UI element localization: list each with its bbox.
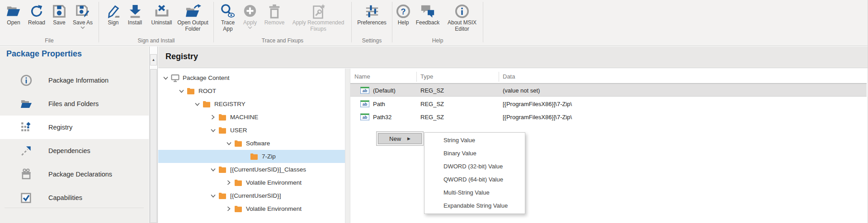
column-separator[interactable] bbox=[416, 72, 417, 82]
sidebar-item-capabilities[interactable]: Capabilities bbox=[0, 186, 149, 209]
dependencies-icon bbox=[20, 144, 33, 157]
sidebar-item-package-declarations[interactable]: Package Declarations bbox=[0, 163, 149, 186]
tree-node-label: REGISTRY bbox=[214, 101, 245, 107]
chevron-right-icon[interactable] bbox=[225, 206, 232, 212]
sidebar-item-package-information[interactable]: Package Information bbox=[0, 69, 149, 92]
checkbox-icon bbox=[20, 191, 33, 204]
menu-item-multi-string-value[interactable]: Multi-String Value bbox=[425, 186, 525, 199]
chevron-down-icon[interactable] bbox=[178, 88, 185, 94]
tree-table-splitter[interactable] bbox=[345, 69, 350, 223]
uninstall-button[interactable]: Uninstall bbox=[147, 2, 176, 32]
column-header-name[interactable]: Name bbox=[354, 73, 370, 80]
sidebar-title: Package Properties bbox=[6, 49, 82, 59]
help-button[interactable]: ? Help bbox=[394, 2, 412, 32]
sidebar-item-registry[interactable]: Registry bbox=[0, 116, 149, 139]
feedback-label: Feedback bbox=[416, 19, 440, 26]
remove-button[interactable]: Remove bbox=[261, 2, 288, 32]
ribbon-group-settings: Preferences Settings bbox=[352, 0, 392, 45]
remove-trash-icon bbox=[267, 3, 282, 19]
tree-row-7zip-selected[interactable]: 7-Zip bbox=[158, 150, 345, 163]
folder-icon bbox=[234, 205, 243, 213]
menu-item-expandable-string-value[interactable]: Expandable String Value bbox=[425, 199, 525, 212]
value-data: [{ProgramFilesX86}]\7-Zip\ bbox=[503, 113, 572, 120]
menu-item-dword-value[interactable]: DWORD (32-bit) Value bbox=[425, 160, 525, 173]
menu-item-string-value[interactable]: String Value bbox=[425, 134, 525, 147]
apply-plus-icon bbox=[243, 3, 257, 19]
chevron-right-icon[interactable] bbox=[209, 115, 217, 120]
uninstall-label: Uninstall bbox=[151, 19, 172, 26]
trace-app-magnifier-icon bbox=[220, 3, 236, 19]
chevron-down-icon[interactable] bbox=[193, 102, 201, 107]
ribbon-group-label-trace-and-fixups: Trace and Fixups bbox=[214, 37, 351, 44]
save-as-label: Save As bbox=[73, 19, 93, 26]
tree-row-currentusersid-classes[interactable]: [{CurrentUserSID}]_Classes bbox=[158, 163, 345, 176]
about-msix-editor-button[interactable]: About MSIX Editor bbox=[443, 2, 481, 32]
install-button[interactable]: Install bbox=[124, 2, 146, 32]
save-as-button[interactable]: Save As bbox=[70, 2, 95, 29]
preferences-button[interactable]: Preferences bbox=[354, 2, 390, 26]
tree-node-label: Software bbox=[246, 140, 270, 147]
monitor-icon bbox=[170, 74, 179, 82]
table-row-path[interactable]: ab Path REG_SZ [{ProgramFilesX86}]\7-Zip… bbox=[350, 97, 867, 110]
save-icon bbox=[52, 3, 66, 19]
reload-button[interactable]: Reload bbox=[25, 2, 48, 29]
tree-row-package-content[interactable]: Package Content bbox=[158, 71, 345, 84]
column-header-data[interactable]: Data bbox=[503, 73, 515, 80]
chevron-down-icon[interactable] bbox=[209, 128, 217, 133]
save-button[interactable]: Save bbox=[49, 2, 69, 29]
folder-icon bbox=[234, 140, 243, 147]
info-icon bbox=[20, 74, 33, 87]
tree-row-software[interactable]: Software bbox=[158, 137, 345, 150]
sidebar-item-label: Dependencies bbox=[48, 147, 90, 154]
tree-row-volatile-environment[interactable]: Volatile Environment bbox=[158, 176, 345, 189]
sidebar-item-files-and-folders[interactable]: Files and Folders bbox=[0, 92, 149, 116]
sidebar-item-label: Package Declarations bbox=[48, 171, 112, 178]
value-type: REG_SZ bbox=[420, 100, 444, 107]
ribbon-group-file: Open Reload Save bbox=[0, 0, 99, 45]
sign-label: Sign bbox=[108, 19, 118, 26]
sidebar-item-label: Capabilities bbox=[48, 194, 82, 201]
chevron-down-icon[interactable] bbox=[209, 193, 217, 199]
tree-row-volatile-environment[interactable]: Volatile Environment bbox=[158, 202, 345, 215]
table-header-row: Name Type Data bbox=[350, 70, 867, 84]
open-output-folder-button[interactable]: Open Output Folder bbox=[177, 2, 209, 32]
submenu-arrow-icon: ▶ bbox=[407, 136, 410, 141]
value-type: REG_SZ bbox=[420, 113, 444, 120]
scrollbar-thumb[interactable] bbox=[150, 69, 157, 223]
context-menu-item-new[interactable]: New ▶ bbox=[378, 133, 422, 144]
scrollbar-up-arrow-icon[interactable]: ▲ bbox=[150, 54, 157, 65]
save-as-dropdown-chevron-icon[interactable] bbox=[80, 26, 85, 29]
table-row-default[interactable]: ab (Default) REG_SZ (value not set) bbox=[350, 84, 867, 97]
new-menu-label: New bbox=[389, 135, 401, 142]
ribbon-separator bbox=[483, 2, 483, 42]
sidebar-item-dependencies[interactable]: Dependencies bbox=[0, 139, 149, 163]
tree-row-currentusersid[interactable]: [{CurrentUserSID}] bbox=[158, 189, 345, 202]
tree-row-registry[interactable]: REGISTRY bbox=[158, 98, 345, 111]
apply-recommended-fixups-button[interactable]: Apply Recommended Fixups bbox=[288, 2, 348, 32]
tree-row-root[interactable]: ROOT bbox=[158, 84, 345, 98]
tree-node-label: [{CurrentUserSID}] bbox=[230, 192, 281, 199]
table-row-path32[interactable]: ab Path32 REG_SZ [{ProgramFilesX86}]\7-Z… bbox=[350, 110, 867, 123]
trace-app-button[interactable]: Trace App bbox=[217, 2, 239, 32]
sidebar-scrollbar[interactable]: ▲ bbox=[149, 46, 158, 223]
menu-item-binary-value[interactable]: Binary Value bbox=[425, 147, 525, 160]
open-button[interactable]: Open bbox=[3, 2, 24, 29]
chevron-down-icon[interactable] bbox=[225, 141, 232, 146]
column-header-type[interactable]: Type bbox=[420, 73, 433, 80]
tree-row-user[interactable]: USER bbox=[158, 124, 345, 137]
chevron-down-icon[interactable] bbox=[209, 167, 217, 172]
tree-row-machine[interactable]: MACHINE bbox=[158, 111, 345, 124]
tree-node-label: USER bbox=[230, 127, 247, 134]
ribbon-toolbar: Open Reload Save bbox=[0, 0, 868, 46]
chevron-down-icon[interactable] bbox=[162, 75, 169, 81]
string-value-icon: ab bbox=[360, 113, 369, 120]
feedback-button[interactable]: Feedback bbox=[413, 2, 442, 32]
chevron-right-icon[interactable] bbox=[225, 180, 232, 186]
preferences-label: Preferences bbox=[357, 19, 387, 26]
apply-label: Apply bbox=[243, 19, 257, 26]
apply-button[interactable]: Apply bbox=[240, 2, 260, 32]
sign-button[interactable]: Sign bbox=[104, 2, 123, 32]
menu-item-qword-value[interactable]: QWORD (64-bit) Value bbox=[425, 173, 525, 186]
package-properties-sidebar: Package Properties Package Information F… bbox=[0, 46, 149, 223]
column-separator[interactable] bbox=[499, 72, 499, 82]
